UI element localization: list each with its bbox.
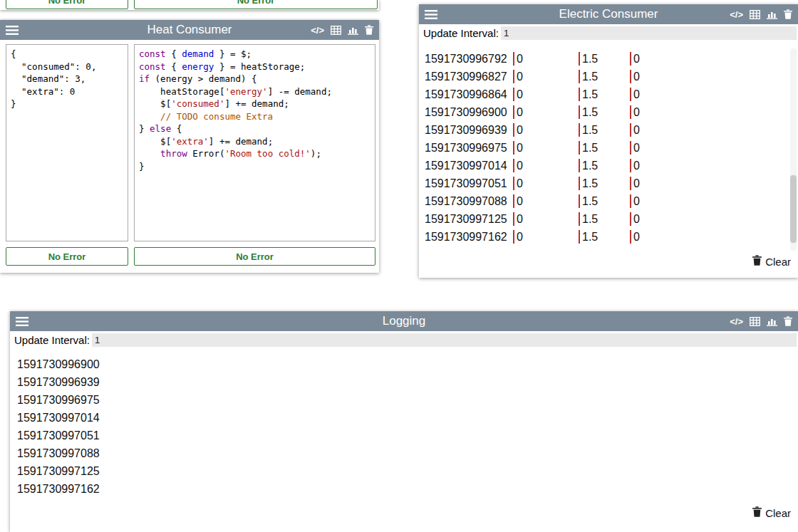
panel-electric-consumer: Electric Consumer </> Update Interval: 1…	[419, 4, 798, 278]
chart-icon[interactable]	[767, 317, 777, 326]
state-json[interactable]: { "consumed": 0, "demand": 3, "extra": 0…	[6, 44, 128, 241]
code-line: $['consumed'] += demand;	[139, 98, 370, 110]
clear-button[interactable]: Clear	[752, 255, 791, 268]
table-cell: 0	[513, 105, 579, 119]
table-cell: 0	[513, 141, 579, 155]
log-entry: 1591730997051	[17, 427, 100, 444]
log-entry: 1591730996939	[17, 373, 100, 391]
code-line: $['extra'] += demand;	[139, 135, 370, 148]
table-cell: 0	[630, 105, 788, 119]
table-row: 159173099690001.50	[419, 103, 788, 121]
table-cell: 1591730996827	[419, 70, 513, 83]
table-cell: 1591730997088	[419, 194, 513, 208]
log-entry: 1591730997088	[17, 444, 100, 462]
log-entry: 1591730997162	[17, 480, 100, 498]
trash-icon[interactable]	[784, 9, 792, 19]
code-icon[interactable]: </>	[730, 9, 743, 20]
table-cell: 0	[513, 70, 579, 83]
update-interval-label: Update Interval:	[423, 27, 499, 39]
table-row: 159173099679201.50	[419, 50, 788, 68]
table-cell: 1591730996939	[419, 123, 513, 137]
table-icon[interactable]	[750, 10, 760, 19]
table-cell: 1.5	[579, 52, 630, 66]
table-cell: 0	[513, 230, 579, 244]
table-cell: 0	[513, 52, 579, 66]
no-error-button-right[interactable]: No Error	[134, 247, 375, 266]
table-cell: 1.5	[579, 123, 630, 137]
log-list: 1591730996900159173099693915917309969751…	[17, 355, 100, 498]
table-cell: 1591730996792	[419, 52, 513, 66]
table-cell: 0	[630, 88, 788, 101]
header-icons: </>	[311, 25, 373, 36]
code-line: heatStorage['energy'] -= demand;	[139, 85, 370, 98]
table-cell: 0	[630, 141, 788, 155]
table-cell: 1.5	[579, 212, 630, 226]
table-cell: 0	[630, 194, 788, 208]
table-row: 159173099708801.50	[419, 192, 788, 210]
table-cell: 0	[630, 230, 788, 244]
clear-label: Clear	[765, 256, 791, 268]
table-icon[interactable]	[331, 26, 341, 35]
code-editor[interactable]: const { demand } = $;const { energy } = …	[134, 44, 375, 241]
table-cell: 1591730997125	[419, 212, 513, 226]
table-cell: 1591730997014	[419, 159, 513, 172]
table-cell: 1.5	[579, 230, 630, 244]
log-entry: 1591730997125	[17, 462, 100, 480]
table-cell: 1.5	[579, 177, 630, 190]
table-row: 159173099682701.50	[419, 68, 788, 85]
code-line: const { demand } = $;	[139, 48, 370, 61]
table-cell: 1.5	[579, 141, 630, 155]
table-row: 159173099701401.50	[419, 157, 788, 174]
table-row: 159173099705101.50	[419, 174, 788, 192]
no-error-button[interactable]: No Error	[134, 0, 378, 9]
data-table: 159173099679201.50159173099682701.501591…	[419, 50, 788, 246]
clear-button[interactable]: Clear	[752, 506, 791, 519]
table-cell: 0	[630, 212, 788, 226]
table-cell: 0	[630, 123, 788, 137]
update-interval-input[interactable]: 1	[501, 26, 797, 40]
trash-icon[interactable]	[365, 25, 373, 35]
trash-icon	[752, 506, 762, 519]
cutoff-panel: No Error No Error	[0, 0, 379, 10]
table-row: 159173099686401.50	[419, 85, 788, 103]
electric-consumer-header: Electric Consumer </>	[419, 4, 798, 24]
table-cell: 1591730996975	[419, 141, 513, 155]
table-row: 159173099716201.50	[419, 228, 788, 246]
logging-header: Logging </>	[10, 311, 798, 331]
panel-title: Logging	[10, 314, 798, 328]
table-cell: 1591730996900	[419, 105, 513, 119]
table-cell: 1591730997051	[419, 177, 513, 190]
no-error-button[interactable]: No Error	[6, 0, 128, 9]
table-cell: 0	[513, 123, 579, 137]
header-icons: </>	[730, 316, 792, 327]
code-line: } else {	[139, 122, 370, 135]
log-entry: 1591730996900	[17, 355, 100, 373]
update-interval-row: Update Interval: 1	[10, 331, 798, 348]
panel-heat-consumer: Heat Consumer </> { "consumed": 0, "dema…	[0, 20, 379, 273]
scrollbar-thumb[interactable]	[790, 175, 797, 243]
menu-icon[interactable]	[6, 26, 19, 35]
table-cell: 0	[513, 194, 579, 208]
table-icon[interactable]	[750, 317, 760, 326]
chart-icon[interactable]	[767, 10, 777, 19]
menu-icon[interactable]	[16, 317, 28, 326]
scrollbar-track[interactable]	[790, 48, 797, 251]
trash-icon[interactable]	[784, 316, 792, 326]
table-cell: 0	[630, 159, 788, 172]
table-cell: 1.5	[579, 70, 630, 83]
code-line: if (energy > demand) {	[139, 73, 370, 85]
table-cell: 1.5	[579, 88, 630, 101]
log-entry: 1591730997014	[17, 409, 100, 427]
chart-icon[interactable]	[348, 26, 358, 35]
table-cell: 0	[630, 70, 788, 83]
update-interval-label: Update Interval:	[14, 334, 90, 346]
menu-icon[interactable]	[425, 10, 437, 19]
table-cell: 0	[513, 88, 579, 101]
code-icon[interactable]: </>	[311, 25, 324, 36]
code-line: throw Error('Room too cold!');	[139, 147, 370, 160]
update-interval-input[interactable]: 1	[92, 333, 797, 347]
code-icon[interactable]: </>	[730, 316, 743, 327]
heat-consumer-header: Heat Consumer </>	[0, 20, 379, 40]
no-error-button-left[interactable]: No Error	[6, 247, 128, 266]
trash-icon	[752, 255, 762, 268]
